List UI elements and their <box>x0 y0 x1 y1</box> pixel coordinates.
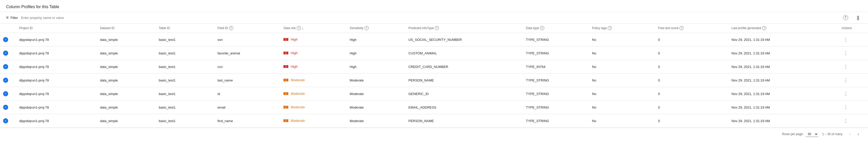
table-row: ✓dlppsbqrun1-proj-78data_simplebasic_tes… <box>0 60 868 74</box>
row-actions-button[interactable]: ⋮ <box>842 76 850 84</box>
row-field: ccn <box>214 60 280 74</box>
row-freetext: 0 <box>655 74 728 87</box>
sensitivity-help-icon[interactable]: ? <box>365 26 369 30</box>
risk-text: Moderate <box>290 92 305 95</box>
row-actions: ⋮ <box>839 101 868 114</box>
row-field: first_name <box>214 114 280 128</box>
row-sensitivity: High <box>346 47 405 60</box>
risk-badge: Moderate <box>283 105 305 109</box>
footer: Rows per page: 10203050100 1 – 30 of man… <box>0 128 868 140</box>
status-ok-icon: ✓ <box>3 91 8 96</box>
risk-badge: Moderate <box>283 92 305 95</box>
help-button[interactable]: ? <box>841 13 849 22</box>
row-actions-button[interactable]: ⋮ <box>842 35 850 44</box>
row-predicted: CREDIT_CARD_NUMBER <box>405 60 523 74</box>
row-policy: No <box>589 33 655 47</box>
row-lastprofile: Nov 29, 2021, 1:31:19 AM <box>728 60 839 74</box>
table-row: ✓dlppsbqrun1-proj-78data_simplebasic_tes… <box>0 47 868 60</box>
field-help-icon[interactable]: ? <box>229 26 233 30</box>
columns-button[interactable]: ||| <box>854 13 862 22</box>
th-field: Field ID ? <box>214 24 280 33</box>
row-freetext: 0 <box>655 47 728 60</box>
th-freetext: Free text score ? <box>655 24 728 33</box>
predicted-help-icon[interactable]: ? <box>435 26 439 30</box>
row-status: ✓ <box>0 74 16 87</box>
row-actions: ⋮ <box>839 60 868 74</box>
th-risk: Data risk ? ↓ <box>280 24 346 33</box>
row-policy: No <box>589 47 655 60</box>
row-lastprofile: Nov 29, 2021, 1:31:19 AM <box>728 87 839 101</box>
row-table: basic_test1 <box>156 60 214 74</box>
row-actions: ⋮ <box>839 87 868 101</box>
row-predicted: GENERIC_ID <box>405 87 523 101</box>
row-risk: Moderate <box>280 87 346 101</box>
table-header-row: Project ID Dataset ID Table ID Field ID … <box>0 24 868 33</box>
th-actions: Actions <box>839 24 868 33</box>
row-field: email <box>214 101 280 114</box>
row-freetext: 0 <box>655 114 728 128</box>
th-sensitivity: Sensitivity ? <box>346 24 405 33</box>
th-project: Project ID <box>16 24 97 33</box>
table-row: ✓dlppsbqrun1-proj-78data_simplebasic_tes… <box>0 101 868 114</box>
row-lastprofile: Nov 29, 2021, 1:31:19 AM <box>728 114 839 128</box>
row-status: ✓ <box>0 101 16 114</box>
risk-sort-icon[interactable]: ↓ <box>302 26 304 30</box>
row-policy: No <box>589 101 655 114</box>
table-row: ✓dlppsbqrun1-proj-78data_simplebasic_tes… <box>0 87 868 101</box>
row-dataset: data_simple <box>97 87 156 101</box>
rows-per-page-select[interactable]: 10203050100 <box>806 132 818 137</box>
columns-icon: ||| <box>857 15 859 21</box>
risk-badge: High <box>283 51 298 55</box>
prev-page-button[interactable]: ‹ <box>846 131 854 138</box>
row-datatype: TYPE_STRING <box>523 47 589 60</box>
row-freetext: 0 <box>655 33 728 47</box>
row-sensitivity: Moderate <box>346 74 405 87</box>
row-project: dlppsbqrun1-proj-78 <box>16 33 97 47</box>
row-status: ✓ <box>0 33 16 47</box>
row-field: last_name <box>214 74 280 87</box>
filter-bar: ≡ Filter ? ||| <box>0 12 868 24</box>
row-freetext: 0 <box>655 87 728 101</box>
filter-bar-right: ? ||| <box>841 13 862 22</box>
status-ok-icon: ✓ <box>3 64 8 69</box>
row-sensitivity: High <box>346 33 405 47</box>
table-row: ✓dlppsbqrun1-proj-78data_simplebasic_tes… <box>0 114 868 128</box>
row-risk: High <box>280 47 346 60</box>
lastprofile-help-icon[interactable]: ? <box>762 26 766 30</box>
row-actions-button[interactable]: ⋮ <box>842 90 850 98</box>
status-ok-icon: ✓ <box>3 51 8 56</box>
risk-text: High <box>290 51 298 55</box>
risk-icon-moderate <box>283 106 288 109</box>
row-actions-button[interactable]: ⋮ <box>842 117 850 125</box>
row-dataset: data_simple <box>97 101 156 114</box>
risk-text: Moderate <box>290 105 305 109</box>
row-datatype: TYPE_INT64 <box>523 60 589 74</box>
row-status: ✓ <box>0 47 16 60</box>
risk-text: High <box>290 37 298 42</box>
row-risk: Moderate <box>280 114 346 128</box>
page-container: Column Profiles for this Table ≡ Filter … <box>0 0 868 165</box>
next-page-button[interactable]: › <box>855 131 862 138</box>
page-title: Column Profiles for this Table <box>0 0 868 12</box>
policy-help-icon[interactable]: ? <box>608 26 612 30</box>
row-actions-button[interactable]: ⋮ <box>842 62 850 71</box>
risk-icon-high <box>283 65 288 68</box>
row-dataset: data_simple <box>97 114 156 128</box>
risk-badge: Moderate <box>283 78 305 82</box>
row-actions-button[interactable]: ⋮ <box>842 49 850 57</box>
row-predicted: PERSON_NAME <box>405 74 523 87</box>
risk-icon-moderate <box>283 119 288 122</box>
row-predicted: EMAIL_ADDRESS <box>405 101 523 114</box>
filter-input[interactable] <box>21 16 839 20</box>
pagination-nav: ‹ › <box>846 131 862 138</box>
datatype-help-icon[interactable]: ? <box>540 26 544 30</box>
row-project: dlppsbqrun1-proj-78 <box>16 74 97 87</box>
row-table: basic_test1 <box>156 101 214 114</box>
row-actions-button[interactable]: ⋮ <box>842 103 850 111</box>
row-freetext: 0 <box>655 60 728 74</box>
status-ok-icon: ✓ <box>3 78 8 83</box>
freetext-help-icon[interactable]: ? <box>679 26 684 30</box>
row-table: basic_test1 <box>156 33 214 47</box>
row-lastprofile: Nov 29, 2021, 1:31:19 AM <box>728 101 839 114</box>
risk-help-icon[interactable]: ? <box>297 26 301 30</box>
